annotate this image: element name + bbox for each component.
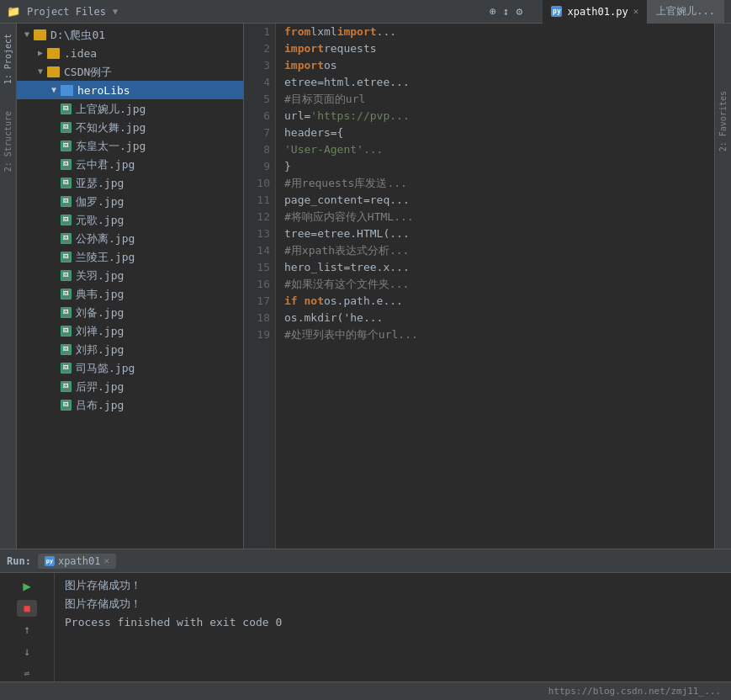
tree-label: 上官婉儿.jpg — [76, 103, 146, 114]
tree-item[interactable]: 🖼 关羽.jpg — [17, 266, 243, 284]
output-line: Process finished with exit code 0 — [65, 613, 721, 632]
tree-label: 云中君.jpg — [76, 159, 135, 170]
folder-icon-csdn — [47, 66, 60, 77]
tree-label: 关羽.jpg — [76, 270, 124, 281]
bottom-panel: Run: py xpath01 ✕ ▶ ■ ↑ ↓ ⇌ 图片存储成功！图片存储成… — [0, 549, 731, 700]
tree-label-herolibs: heroLibs — [77, 85, 130, 96]
code-line: import requests — [284, 40, 714, 57]
line-numbers: 12345678910111213141516171819 — [244, 24, 276, 549]
tree-label: 司马懿.jpg — [76, 363, 135, 374]
status-url: https://blog.csdn.net/zmj11_... — [548, 686, 721, 697]
tree-item[interactable]: 🖼 上官婉儿.jpg — [17, 99, 243, 118]
code-line: os.mkdir('he... — [284, 310, 714, 326]
output-line: 图片存储成功！ — [65, 595, 721, 613]
tree-label: 刘禅.jpg — [76, 326, 124, 337]
code-line: #用xpath表达式分析... — [284, 242, 714, 259]
code-line: } — [284, 158, 714, 175]
tree-item[interactable]: 🖼 司马懿.jpg — [17, 358, 243, 377]
editor-tab-xpath01[interactable]: py xpath01.py ✕ — [543, 0, 648, 24]
top-bar: 📁 Project Files ▼ ⊕ ↕ ⚙ py xpath01.py ✕ … — [0, 0, 731, 24]
tree-item-root[interactable]: ▼ D:\爬虫01 — [17, 25, 243, 44]
tree-item[interactable]: 🖼 不知火舞.jpg — [17, 118, 243, 136]
stop-button[interactable]: ■ — [17, 600, 37, 617]
favorites-label[interactable]: 2: Favorites — [718, 91, 728, 151]
code-line: #用requests库发送... — [284, 175, 714, 192]
code-line: from lxml import... — [284, 24, 714, 40]
tree-item[interactable]: 🖼 刘邦.jpg — [17, 340, 243, 358]
scroll-up-button[interactable]: ↑ — [17, 622, 37, 639]
tree-label: 东皇太一.jpg — [76, 141, 146, 151]
code-line: #目标页面的url — [284, 91, 714, 108]
project-files-label: Project Files — [27, 6, 106, 18]
wrap-button[interactable]: ⇌ — [17, 665, 37, 681]
tree-item-csdn[interactable]: ▼ CSDN例子 — [17, 62, 243, 81]
tree-label: 元歌.jpg — [76, 215, 124, 225]
play-button[interactable]: ▶ — [17, 578, 37, 595]
code-line: #如果没有这个文件夹... — [284, 276, 714, 293]
run-controls: ▶ ■ ↑ ↓ ⇌ — [0, 573, 55, 681]
file-items-container: 🖼 上官婉儿.jpg 🖼 不知火舞.jpg 🖼 东皇太一.jpg 🖼 云中君.j… — [17, 99, 243, 414]
code-line: import os — [284, 57, 714, 74]
run-label: Run: — [7, 555, 31, 567]
sidebar-item-project[interactable]: 1: Project — [2, 29, 14, 89]
code-line: headers={ — [284, 125, 714, 141]
code-line: page_content=req... — [284, 192, 714, 209]
code-line: tree=etree.HTML(... — [284, 225, 714, 242]
code-line: etree=html.etree... — [284, 74, 714, 91]
run-tab-close[interactable]: ✕ — [103, 555, 109, 566]
tree-label: 伽罗.jpg — [76, 196, 124, 207]
tree-item[interactable]: 🖼 后羿.jpg — [17, 377, 243, 395]
folder-icon-root — [34, 29, 46, 40]
tree-label: 刘邦.jpg — [76, 344, 124, 355]
file-tree-content: ▼ D:\爬虫01 ▶ .idea ▼ CSDN例子 — [17, 24, 243, 549]
tree-item[interactable]: 🖼 吕布.jpg — [17, 395, 243, 414]
tree-item[interactable]: 🖼 公孙离.jpg — [17, 229, 243, 247]
status-bar: https://blog.csdn.net/zmj11_... — [0, 681, 731, 700]
folder-icon: 📁 — [7, 5, 20, 18]
code-line: hero_list=tree.x... — [284, 259, 714, 276]
editor-tab-2[interactable]: 上官婉儿... — [648, 0, 724, 24]
code-line: 'User-Agent'... — [284, 141, 714, 158]
dropdown-arrow[interactable]: ▼ — [113, 7, 118, 16]
run-output: 图片存储成功！图片存储成功！Process finished with exit… — [55, 573, 731, 681]
left-sidebar-strip: 1: Project 2: Structure — [0, 24, 17, 549]
run-tab-xpath01[interactable]: py xpath01 ✕ — [38, 554, 116, 569]
tree-item[interactable]: 🖼 典韦.jpg — [17, 284, 243, 303]
code-area: 12345678910111213141516171819 from lxml … — [244, 24, 714, 549]
tree-item[interactable]: 🖼 元歌.jpg — [17, 210, 243, 229]
tree-label: 亚瑟.jpg — [76, 178, 124, 188]
code-content[interactable]: from lxml import...import requestsimport… — [276, 24, 714, 549]
run-tab-label: xpath01 — [58, 555, 101, 567]
add-icon[interactable]: ⊕ — [490, 5, 496, 18]
file-tree-panel: ▼ D:\爬虫01 ▶ .idea ▼ CSDN例子 — [17, 24, 244, 549]
tab-xpath01-close[interactable]: ✕ — [633, 6, 639, 17]
tree-label: 兰陵王.jpg — [76, 252, 135, 262]
settings-icon[interactable]: ⚙ — [516, 5, 523, 18]
tree-label: 典韦.jpg — [76, 289, 124, 300]
tree-label-csdn: CSDN例子 — [64, 66, 112, 77]
code-line: #将响应内容传入HTML... — [284, 209, 714, 225]
sync-icon[interactable]: ↕ — [503, 5, 510, 18]
tree-label-idea: .idea — [64, 48, 97, 59]
code-line: #处理列表中的每个url... — [284, 326, 714, 343]
tree-item[interactable]: 🖼 东皇太一.jpg — [17, 136, 243, 155]
tree-item-herolibs[interactable]: ▼ heroLibs — [17, 81, 243, 99]
folder-icon-herolibs — [61, 85, 73, 96]
tree-item[interactable]: 🖼 亚瑟.jpg — [17, 173, 243, 192]
tree-label: 公孙离.jpg — [76, 233, 135, 244]
tree-item-idea[interactable]: ▶ .idea — [17, 44, 243, 62]
folder-icon-idea — [47, 48, 60, 59]
sidebar-item-structure[interactable]: 2: Structure — [2, 106, 14, 177]
scroll-down-button[interactable]: ↓ — [17, 643, 37, 660]
tree-label-root: D:\爬虫01 — [50, 29, 105, 40]
tree-item[interactable]: 🖼 伽罗.jpg — [17, 192, 243, 210]
tree-item[interactable]: 🖼 刘禅.jpg — [17, 321, 243, 340]
code-line: if not os.path.e... — [284, 293, 714, 310]
tab2-label: 上官婉儿... — [656, 4, 715, 19]
tree-label: 刘备.jpg — [76, 307, 124, 318]
code-line: url='https://pvp... — [284, 108, 714, 125]
tree-item[interactable]: 🖼 云中君.jpg — [17, 155, 243, 173]
tree-label: 后羿.jpg — [76, 381, 124, 392]
tree-item[interactable]: 🖼 刘备.jpg — [17, 303, 243, 321]
tree-item[interactable]: 🖼 兰陵王.jpg — [17, 247, 243, 266]
